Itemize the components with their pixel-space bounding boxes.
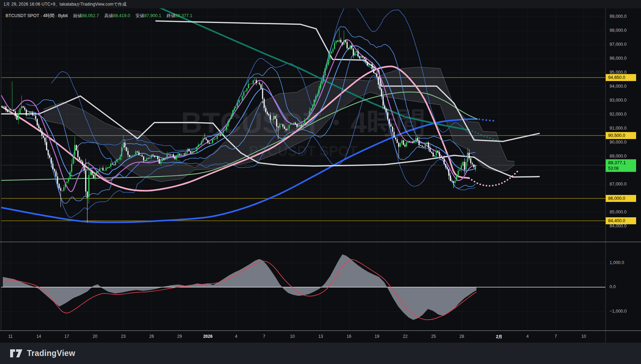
legend-close-label: 終値 (167, 13, 175, 18)
price-tick-label: 84,000.0 (610, 224, 627, 228)
last-price-value: 88,377.1 (608, 160, 636, 166)
price-tick-label: 89,000.0 (610, 154, 627, 159)
time-tick-label: 16 (347, 334, 351, 339)
time-tick-label: 10 (581, 334, 586, 339)
time-tick-label: 25 (431, 334, 436, 339)
legend-close-value: 88,377.1 (175, 13, 192, 18)
indicator-tick-label: 1,000.0 (610, 260, 624, 265)
price-tick-label: 87,000.0 (610, 182, 627, 187)
price-tick-label: 96,000.0 (610, 56, 627, 61)
time-tick-label: 7 (263, 334, 265, 339)
time-tick-label: 2026 (203, 334, 213, 339)
last-price-badge: 88,377.1 53:08 (606, 159, 636, 172)
indicator-tick-label: 0.0 (610, 284, 615, 289)
time-tick-label: 2月 (496, 334, 503, 340)
price-pane (1, 3, 605, 223)
ma-royal-blue-projection (479, 119, 495, 121)
time-tick-label: 10 (290, 334, 294, 339)
legend-symbol: BTCUSDT SPOT · 4時間 · Bybit (6, 13, 68, 18)
price-tick-label: 99,000.0 (610, 14, 627, 19)
indicator-pane (1, 254, 605, 320)
time-tick-label: 19 (374, 334, 379, 339)
time-tick-label: 20 (93, 334, 97, 339)
price-tick-label: 92,000.0 (610, 112, 627, 117)
time-tick-label: 22 (403, 334, 407, 339)
legend-high-label: 高値 (104, 13, 113, 18)
time-tick-label: 11 (8, 334, 13, 339)
legend-low-label: 安値 (136, 13, 144, 18)
level-badge-86000: 86,000.0 (606, 195, 636, 202)
ma-pink-projection (469, 171, 518, 186)
attribution-bar: 1月 29, 2026 16:06 UTC+9、takatabaがTrading… (0, 0, 641, 8)
time-tick-label: 7 (555, 334, 557, 339)
time-tick-label: 14 (36, 334, 41, 339)
time-tick-label: 13 (318, 334, 323, 339)
bar-countdown: 53:08 (608, 166, 636, 171)
time-tick-label: 17 (64, 334, 69, 339)
price-tick-label: 94,000.0 (610, 84, 627, 89)
grid (1, 8, 605, 330)
tradingview-snapshot: 1月 29, 2026 16:06 UTC+9、takatabaがTrading… (0, 0, 641, 364)
time-tick-label: 23 (121, 334, 125, 339)
level-badge-94650: 94,650.0 (606, 74, 636, 81)
price-tick-label: 85,000.0 (610, 210, 627, 214)
main-chart-canvas[interactable] (0, 0, 641, 364)
legend-low-value: 87,900.1 (144, 13, 161, 18)
time-tick-label: 4 (235, 334, 238, 339)
price-tick-label: 90,000.0 (610, 140, 627, 145)
tradingview-logo-icon[interactable] (10, 349, 23, 358)
indicator-tick-label: −1,000.0 (610, 309, 627, 314)
tradingview-logo-text[interactable]: TradingView (27, 349, 75, 358)
symbol-legend[interactable]: BTCUSDT SPOT · 4時間 · Bybit 始値88,052.7 高値… (6, 13, 192, 19)
price-tick-label: 93,000.0 (610, 98, 627, 103)
time-tick-label: 4 (526, 334, 529, 339)
attribution-text: 1月 29, 2026 16:06 UTC+9、takatabaがTrading… (3, 1, 126, 7)
price-tick-label: 98,000.0 (610, 28, 627, 33)
level-badge-90500: 90,500.0 (606, 132, 636, 139)
legend-open-value: 88,052.7 (82, 13, 99, 18)
level-badge-84400: 84,400.0 (606, 217, 636, 224)
price-tick-label: 97,000.0 (610, 42, 627, 47)
footer-bar: TradingView (0, 343, 641, 364)
price-tick-label: 91,000.0 (610, 126, 627, 131)
time-tick-label: 26 (149, 334, 154, 339)
time-tick-label: 29 (177, 334, 182, 339)
legend-high-value: 88,419.0 (113, 13, 130, 18)
legend-open-label: 始値 (73, 13, 82, 18)
time-tick-label: 28 (459, 334, 464, 339)
